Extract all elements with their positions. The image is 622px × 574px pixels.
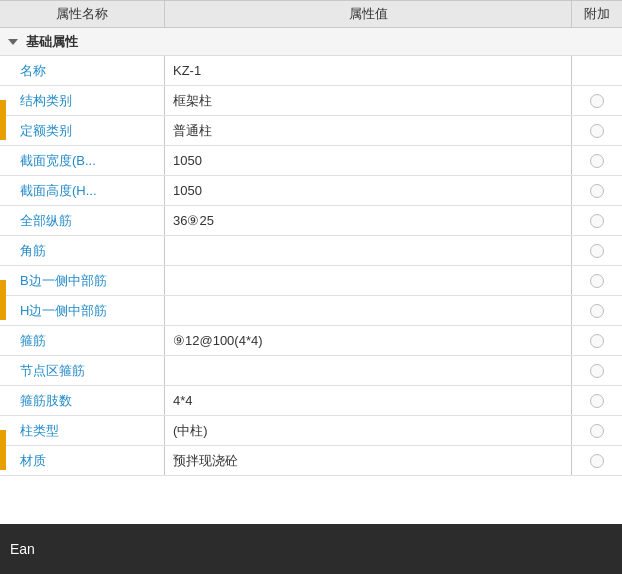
row-property-name: 名称: [0, 56, 165, 85]
accent-bar-3: [0, 430, 6, 470]
row-property-name: 结构类别: [0, 86, 165, 115]
table-row[interactable]: 箍筋肢数4*4: [0, 386, 622, 416]
radio-button[interactable]: [590, 364, 604, 378]
row-action-cell: [572, 356, 622, 385]
radio-button[interactable]: [590, 394, 604, 408]
radio-button[interactable]: [590, 124, 604, 138]
row-action-cell: [572, 266, 622, 295]
row-property-value: [165, 296, 572, 325]
radio-button[interactable]: [590, 334, 604, 348]
radio-button[interactable]: [590, 454, 604, 468]
row-action-cell: [572, 296, 622, 325]
row-property-name: 截面高度(H...: [0, 176, 165, 205]
row-action-cell: [572, 56, 622, 85]
row-action-cell: [572, 86, 622, 115]
row-property-name: 截面宽度(B...: [0, 146, 165, 175]
table-row[interactable]: 截面高度(H...1050: [0, 176, 622, 206]
radio-button[interactable]: [590, 424, 604, 438]
main-wrapper: 属性名称 属性值 附加 基础属性 名称KZ-1结构类别框架柱定额类别普通柱截面宽…: [0, 0, 622, 574]
row-action-cell: [572, 116, 622, 145]
bottom-bar: Ean: [0, 524, 622, 574]
row-property-name: B边一侧中部筋: [0, 266, 165, 295]
radio-button[interactable]: [590, 184, 604, 198]
table-row[interactable]: 柱类型(中柱): [0, 416, 622, 446]
table-row[interactable]: 角筋: [0, 236, 622, 266]
row-property-value: [165, 266, 572, 295]
row-property-value: 1050: [165, 176, 572, 205]
row-property-value: (中柱): [165, 416, 572, 445]
row-property-value: [165, 356, 572, 385]
row-action-cell: [572, 146, 622, 175]
table-row[interactable]: 全部纵筋36⑨25: [0, 206, 622, 236]
accent-bar-1: [0, 100, 6, 140]
header-col-name: 属性名称: [0, 1, 165, 27]
row-property-value: 4*4: [165, 386, 572, 415]
table-row[interactable]: 结构类别框架柱: [0, 86, 622, 116]
row-property-name: 节点区箍筋: [0, 356, 165, 385]
table-row[interactable]: 截面宽度(B...1050: [0, 146, 622, 176]
table-row[interactable]: 节点区箍筋: [0, 356, 622, 386]
table-body: 名称KZ-1结构类别框架柱定额类别普通柱截面宽度(B...1050截面高度(H.…: [0, 56, 622, 574]
table-row[interactable]: 名称KZ-1: [0, 56, 622, 86]
table-row[interactable]: 定额类别普通柱: [0, 116, 622, 146]
row-action-cell: [572, 206, 622, 235]
row-property-name: 定额类别: [0, 116, 165, 145]
row-property-name: 全部纵筋: [0, 206, 165, 235]
radio-button[interactable]: [590, 304, 604, 318]
row-action-cell: [572, 176, 622, 205]
row-property-value: 框架柱: [165, 86, 572, 115]
section-header-basic[interactable]: 基础属性: [0, 28, 622, 56]
row-property-name: H边一侧中部筋: [0, 296, 165, 325]
row-property-name: 柱类型: [0, 416, 165, 445]
table-row[interactable]: 箍筋⑨12@100(4*4): [0, 326, 622, 356]
row-action-cell: [572, 446, 622, 475]
table-header: 属性名称 属性值 附加: [0, 0, 622, 28]
section-label: 基础属性: [26, 33, 78, 51]
table-row[interactable]: H边一侧中部筋: [0, 296, 622, 326]
radio-button[interactable]: [590, 274, 604, 288]
row-action-cell: [572, 236, 622, 265]
accent-bar-2: [0, 280, 6, 320]
row-property-value: [165, 236, 572, 265]
row-property-name: 箍筋肢数: [0, 386, 165, 415]
header-col-action: 附加: [572, 1, 622, 27]
property-panel: 属性名称 属性值 附加 基础属性 名称KZ-1结构类别框架柱定额类别普通柱截面宽…: [0, 0, 622, 574]
radio-button[interactable]: [590, 154, 604, 168]
row-property-value: 预拌现浇砼: [165, 446, 572, 475]
radio-button[interactable]: [590, 214, 604, 228]
table-row[interactable]: B边一侧中部筋: [0, 266, 622, 296]
bottom-text: Ean: [10, 541, 35, 557]
radio-button[interactable]: [590, 94, 604, 108]
row-property-name: 箍筋: [0, 326, 165, 355]
row-property-name: 角筋: [0, 236, 165, 265]
row-property-name: 材质: [0, 446, 165, 475]
row-action-cell: [572, 326, 622, 355]
header-col-value: 属性值: [165, 1, 572, 27]
radio-button[interactable]: [590, 244, 604, 258]
row-property-value: 36⑨25: [165, 206, 572, 235]
row-action-cell: [572, 416, 622, 445]
row-property-value: ⑨12@100(4*4): [165, 326, 572, 355]
row-property-value: 普通柱: [165, 116, 572, 145]
table-row[interactable]: 材质预拌现浇砼: [0, 446, 622, 476]
row-action-cell: [572, 386, 622, 415]
row-property-value: 1050: [165, 146, 572, 175]
expand-icon: [8, 39, 18, 45]
row-property-value: KZ-1: [165, 56, 572, 85]
